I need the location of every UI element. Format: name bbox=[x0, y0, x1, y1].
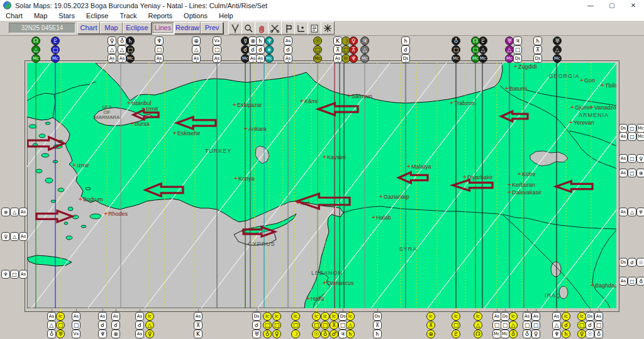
city-marker: + bbox=[130, 120, 134, 127]
edge-line-label: ⊕△As bbox=[1, 208, 28, 216]
glyph-⊼: ⊼ bbox=[373, 321, 382, 330]
glyph-☌: ☌ bbox=[628, 258, 636, 267]
eclipse-button[interactable]: Eclipse bbox=[123, 22, 152, 34]
pan-hand-icon[interactable] bbox=[255, 21, 269, 35]
menu-item-options[interactable]: Options bbox=[178, 12, 213, 19]
astro-line-label-stack: Ic△☊ bbox=[474, 312, 482, 338]
glyph-⊼: ⊼ bbox=[333, 45, 342, 54]
glyph-□: □ bbox=[312, 321, 321, 330]
city-marker: + bbox=[514, 63, 518, 70]
stack-stem bbox=[296, 309, 296, 312]
city-label: Gjumri bbox=[575, 104, 592, 111]
menu-item-chart[interactable]: Chart bbox=[0, 12, 28, 19]
glyph-Ds: Ds bbox=[373, 312, 382, 321]
stack-stem bbox=[350, 309, 351, 312]
edge-line-label: As□⊕ bbox=[619, 169, 644, 177]
asterisk-icon[interactable] bbox=[321, 21, 335, 35]
measure-icon[interactable] bbox=[228, 21, 242, 35]
city-label: Yerevan bbox=[574, 119, 594, 126]
maximize-button[interactable]: ▢ bbox=[601, 0, 623, 11]
glyph-□: □ bbox=[577, 321, 586, 330]
crosshair-icon[interactable] bbox=[294, 21, 308, 35]
stack-stem bbox=[456, 309, 457, 312]
astro-line-label-stack: Ic□♅ bbox=[56, 312, 65, 338]
glyph-♇: ♇ bbox=[479, 36, 487, 45]
pin-icon[interactable] bbox=[281, 21, 295, 35]
map-button[interactable]: Map bbox=[100, 22, 123, 34]
chart-button[interactable]: Chart bbox=[77, 22, 100, 34]
city-marker: + bbox=[518, 170, 521, 177]
stack-stem bbox=[318, 60, 318, 64]
glyph-□: □ bbox=[72, 321, 80, 330]
redraw-button[interactable]: Redraw bbox=[174, 22, 201, 34]
solar-map[interactable]: +Istanbul+Izmit+Bursa+Eskisehir+Izmir+Bo… bbox=[27, 63, 616, 308]
glyph-♁: ♁ bbox=[263, 330, 272, 338]
city-marker: + bbox=[379, 193, 383, 200]
minimize-button[interactable]: — bbox=[580, 0, 601, 11]
report-icon[interactable] bbox=[308, 21, 321, 35]
pan-hand-icon bbox=[257, 23, 267, 33]
glyph-⊼: ⊼ bbox=[533, 45, 542, 54]
glyph-As: As bbox=[619, 169, 628, 177]
menu-item-map[interactable]: Map bbox=[28, 12, 53, 19]
lake bbox=[551, 262, 561, 277]
edge-line-label: As□♁ bbox=[619, 277, 644, 286]
city-label: Izmir bbox=[77, 162, 89, 169]
scissors-icon[interactable] bbox=[268, 21, 282, 35]
prev-button[interactable]: Prev bbox=[201, 22, 223, 34]
stack-stem bbox=[557, 60, 558, 64]
glyph-As: As bbox=[19, 208, 28, 216]
menu-item-track[interactable]: Track bbox=[114, 12, 142, 19]
glyph-Mc: Mc bbox=[636, 132, 644, 141]
astro-line-label-stack: Ds⊼♄ bbox=[373, 312, 382, 338]
glyph-☉: ☉ bbox=[312, 330, 321, 338]
city-label: Icel bbox=[301, 200, 309, 206]
glyph-☌: ☌ bbox=[256, 45, 265, 54]
glyph-As: As bbox=[47, 312, 56, 321]
glyph-△: △ bbox=[474, 321, 482, 330]
city-label: Rhodes bbox=[108, 211, 128, 217]
glyph-△: △ bbox=[10, 208, 19, 216]
astro-line-label-stack: As△♆ bbox=[552, 312, 561, 338]
glyph-K: K bbox=[333, 36, 342, 45]
glyph-♆: ♆ bbox=[155, 36, 164, 45]
glyph-As: As bbox=[594, 312, 603, 321]
astro-line-label-stack: Ds☌☉ bbox=[586, 312, 594, 338]
menu-item-stars[interactable]: Stars bbox=[53, 12, 80, 19]
stack-stem bbox=[513, 309, 514, 312]
glyph-As: As bbox=[194, 312, 203, 321]
menu-item-eclipse[interactable]: Eclipse bbox=[80, 12, 114, 19]
glyph-Ic: Ic bbox=[330, 312, 338, 321]
city-marker: + bbox=[508, 189, 511, 196]
close-button[interactable]: ✕ bbox=[623, 0, 644, 11]
glyph-♅: ♅ bbox=[252, 330, 261, 338]
menu-item-reports[interactable]: Reports bbox=[143, 12, 179, 19]
astro-line-label-stack: Ds☌♅ bbox=[252, 312, 261, 338]
island bbox=[86, 187, 91, 190]
stack-stem bbox=[52, 309, 52, 312]
city-marker: + bbox=[569, 119, 573, 126]
city-label: Bursa bbox=[135, 121, 150, 127]
stack-stem bbox=[582, 309, 582, 312]
astro-line-label-stack: Ic□♁ bbox=[263, 312, 272, 338]
astro-line-label-stack: ♄□Mc bbox=[126, 36, 135, 63]
glyph-Ds: Ds bbox=[619, 124, 628, 133]
glyph-△: △ bbox=[346, 321, 355, 330]
glyph-♀: ♀ bbox=[108, 36, 116, 45]
island bbox=[66, 236, 72, 240]
city-label: Malatya bbox=[411, 164, 431, 170]
glyph-♃: ♃ bbox=[360, 36, 369, 45]
city-marker: + bbox=[372, 214, 375, 221]
menu-item-help[interactable]: Help bbox=[213, 12, 239, 19]
stack-stem bbox=[122, 60, 123, 64]
glyph-As: As bbox=[19, 270, 28, 279]
stack-stem bbox=[527, 309, 528, 312]
stack-stem bbox=[475, 60, 476, 64]
astro-line-label-stack: Ic⊼⊕ bbox=[426, 312, 435, 338]
astro-line-label-stack: As□Mc bbox=[492, 312, 501, 338]
glyph-♂: ♂ bbox=[330, 330, 338, 338]
zoom-icon[interactable] bbox=[242, 21, 255, 35]
lines-button[interactable]: Lines bbox=[152, 22, 174, 34]
city-label: Batumi bbox=[509, 86, 527, 92]
glyph-□: □ bbox=[628, 277, 636, 286]
